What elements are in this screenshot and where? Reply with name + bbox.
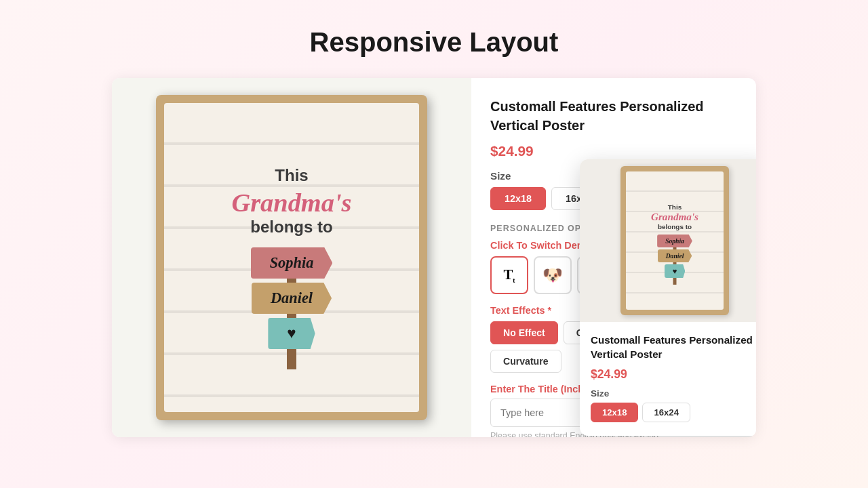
text-effects-required: * [548,305,552,316]
floating-size-label: Size [591,388,756,399]
mini-poster: This Grandma's belongs to Sophia Daniel … [620,166,729,315]
floating-card-image: This Grandma's belongs to Sophia Daniel … [580,159,756,322]
mini-poster-line3: belongs to [658,223,692,230]
sophia-label: Sophia [251,247,333,279]
mini-sophia-sign: Sophia [657,235,692,247]
product-image-section: This Grandma's belongs to Sophia Daniel … [112,78,471,437]
poster-inner: This Grandma's belongs to Sophia Daniel … [164,103,419,412]
poster-line2: Grandma's [231,188,351,218]
mini-daniel-sign: Daniel [658,249,692,262]
floating-size-options: 12x18 16x24 [591,403,756,422]
floating-product-price: $24.99 [591,367,756,382]
sign-sophia: Sophia [251,247,333,279]
mini-poster-line2: Grandma's [651,211,698,223]
daniel-label: Daniel [252,283,332,314]
floating-card-body: Customall Features Personalized Vertical… [580,322,756,422]
no-effect-button[interactable]: No Effect [490,321,558,344]
mini-poster-line1: This [668,203,682,211]
product-price: $24.99 [490,143,737,159]
poster-frame: This Grandma's belongs to Sophia Daniel … [156,95,427,420]
sign-heart: ♥ [268,318,315,349]
pet-demo-icon-btn[interactable]: 🐶 [534,256,572,294]
page-title: Responsive Layout [310,0,559,78]
product-title: Customall Features Personalized Vertical… [490,97,737,135]
poster-line3: belongs to [250,218,332,237]
sign-container: Sophia Daniel ♥ [251,247,333,349]
floating-product-title: Customall Features Personalized Vertical… [591,333,756,362]
size-12x18-button[interactable]: 12x18 [490,187,546,210]
main-card: This Grandma's belongs to Sophia Daniel … [112,78,756,437]
heart-label: ♥ [268,318,315,349]
floating-card: This Grandma's belongs to Sophia Daniel … [580,159,756,436]
floating-size-16x24-button[interactable]: 16x24 [642,403,690,422]
sign-daniel: Daniel [252,283,332,314]
poster-line1: This [275,166,308,185]
mini-poster-inner: This Grandma's belongs to Sophia Daniel … [626,171,724,310]
curvature-button[interactable]: Curvature [490,350,561,373]
text-demo-icon-btn[interactable]: Tt [490,256,528,294]
mini-heart-sign: ♥ [665,264,686,278]
pet-icon: 🐶 [542,266,563,285]
text-icon: Tt [503,266,515,284]
floating-size-12x18-button[interactable]: 12x18 [591,403,638,422]
mini-signs: Sophia Daniel ♥ [657,235,692,278]
